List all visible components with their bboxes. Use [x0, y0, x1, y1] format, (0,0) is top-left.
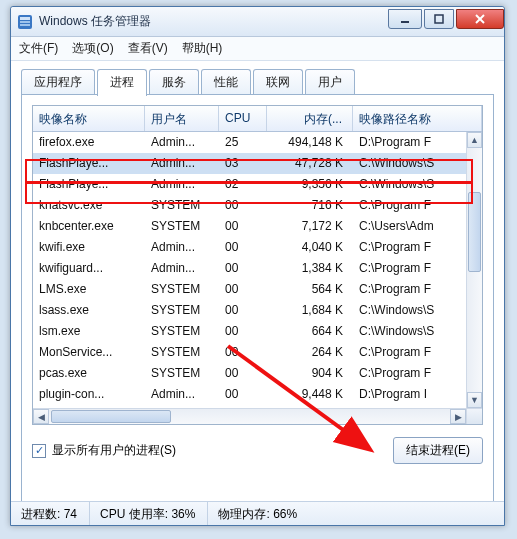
menu-view[interactable]: 查看(V) — [128, 40, 168, 57]
horizontal-scroll-thumb[interactable] — [51, 410, 171, 423]
process-row[interactable]: firefox.exeAdmin...25494,148 KD:\Program… — [33, 132, 466, 153]
tab-applications[interactable]: 应用程序 — [21, 69, 95, 95]
cell-path: C:\Program F — [353, 279, 466, 300]
cell-image: lsm.exe — [33, 321, 145, 342]
menu-help[interactable]: 帮助(H) — [182, 40, 223, 57]
cell-cpu: 00 — [219, 384, 267, 405]
tab-users[interactable]: 用户 — [305, 69, 355, 95]
end-process-button[interactable]: 结束进程(E) — [393, 437, 483, 464]
process-row[interactable]: lsass.exeSYSTEM001,684 KC:\Windows\S — [33, 300, 466, 321]
tab-processes[interactable]: 进程 — [97, 69, 147, 96]
cell-path: C:\Program F — [353, 237, 466, 258]
cell-cpu: 00 — [219, 195, 267, 216]
cell-path: C:\Program F — [353, 363, 466, 384]
tab-networking[interactable]: 联网 — [253, 69, 303, 95]
cell-path: D:\Program I — [353, 384, 466, 405]
cell-mem: 264 K — [267, 342, 353, 363]
cell-path: C:\Program F — [353, 258, 466, 279]
cell-cpu: 00 — [219, 258, 267, 279]
cell-image: FlashPlaye... — [33, 153, 145, 174]
task-manager-window: Windows 任务管理器 文件(F) 选项(O) 查看(V) 帮助(H) 应用… — [10, 6, 505, 526]
cell-user: SYSTEM — [145, 321, 219, 342]
cell-path: C:\Windows\S — [353, 174, 466, 195]
cell-user: Admin... — [145, 384, 219, 405]
cell-user: Admin... — [145, 132, 219, 153]
cell-mem: 494,148 K — [267, 132, 353, 153]
cell-cpu: 00 — [219, 279, 267, 300]
scroll-right-arrow[interactable]: ▶ — [450, 409, 466, 424]
column-memory[interactable]: 内存(... — [267, 106, 353, 131]
cell-image: knatsvc.exe — [33, 195, 145, 216]
process-row[interactable]: pcas.exeSYSTEM00904 KC:\Program F — [33, 363, 466, 384]
process-row[interactable]: FlashPlaye...Admin...029,356 KC:\Windows… — [33, 174, 466, 195]
status-memory: 物理内存: 66% — [208, 502, 504, 525]
cell-mem: 47,728 K — [267, 153, 353, 174]
cell-mem: 7,172 K — [267, 216, 353, 237]
process-row[interactable]: plugin-con...Admin...009,448 KD:\Program… — [33, 384, 466, 405]
cell-path: C:\Windows\S — [353, 321, 466, 342]
cell-cpu: 03 — [219, 153, 267, 174]
process-row[interactable]: kwifiguard...Admin...001,384 KC:\Program… — [33, 258, 466, 279]
cell-image: lsass.exe — [33, 300, 145, 321]
cell-mem: 716 K — [267, 195, 353, 216]
process-row[interactable]: FlashPlaye...Admin...0347,728 KC:\Window… — [33, 153, 466, 174]
column-image-name[interactable]: 映像名称 — [33, 106, 145, 131]
column-path[interactable]: 映像路径名称 — [353, 106, 482, 131]
cell-mem: 4,040 K — [267, 237, 353, 258]
cell-user: SYSTEM — [145, 279, 219, 300]
column-user[interactable]: 用户名 — [145, 106, 219, 131]
cell-cpu: 00 — [219, 342, 267, 363]
cell-mem: 9,356 K — [267, 174, 353, 195]
cell-user: SYSTEM — [145, 363, 219, 384]
cell-user: Admin... — [145, 258, 219, 279]
cell-cpu: 00 — [219, 363, 267, 384]
process-row[interactable]: MonService...SYSTEM00264 KC:\Program F — [33, 342, 466, 363]
cell-mem: 904 K — [267, 363, 353, 384]
close-button[interactable] — [456, 9, 504, 29]
scroll-left-arrow[interactable]: ◀ — [33, 409, 49, 424]
process-list[interactable]: 映像名称 用户名 CPU 内存(... 映像路径名称 firefox.exeAd… — [32, 105, 483, 425]
cell-mem: 564 K — [267, 279, 353, 300]
cell-cpu: 02 — [219, 174, 267, 195]
cell-cpu: 00 — [219, 300, 267, 321]
cell-path: C:\Windows\S — [353, 300, 466, 321]
svg-rect-3 — [20, 24, 30, 26]
menu-file[interactable]: 文件(F) — [19, 40, 58, 57]
show-all-users-checkbox[interactable] — [32, 444, 46, 458]
cell-image: plugin-con... — [33, 384, 145, 405]
cell-image: MonService... — [33, 342, 145, 363]
process-row[interactable]: knbcenter.exeSYSTEM007,172 KC:\Users\Adm — [33, 216, 466, 237]
process-row[interactable]: lsm.exeSYSTEM00664 KC:\Windows\S — [33, 321, 466, 342]
titlebar[interactable]: Windows 任务管理器 — [11, 7, 504, 37]
cell-path: C:\Windows\S — [353, 153, 466, 174]
menu-options[interactable]: 选项(O) — [72, 40, 113, 57]
tab-performance[interactable]: 性能 — [201, 69, 251, 95]
size-grip — [466, 408, 482, 424]
app-icon — [17, 14, 33, 30]
cell-cpu: 25 — [219, 132, 267, 153]
minimize-button[interactable] — [388, 9, 422, 29]
process-row[interactable]: LMS.exeSYSTEM00564 KC:\Program F — [33, 279, 466, 300]
cell-image: firefox.exe — [33, 132, 145, 153]
cell-image: pcas.exe — [33, 363, 145, 384]
vertical-scroll-thumb[interactable] — [468, 192, 481, 272]
process-row[interactable]: kwifi.exeAdmin...004,040 KC:\Program F — [33, 237, 466, 258]
vertical-scrollbar[interactable]: ▲ ▼ — [466, 132, 482, 408]
processes-tab-page: 映像名称 用户名 CPU 内存(... 映像路径名称 firefox.exeAd… — [21, 94, 494, 514]
cell-mem: 664 K — [267, 321, 353, 342]
cell-path: C:\Program F — [353, 195, 466, 216]
process-row[interactable]: knatsvc.exeSYSTEM00716 KC:\Program F — [33, 195, 466, 216]
scroll-up-arrow[interactable]: ▲ — [467, 132, 482, 148]
horizontal-scrollbar[interactable]: ◀ ▶ — [33, 408, 466, 424]
cell-user: Admin... — [145, 237, 219, 258]
show-all-users-label: 显示所有用户的进程(S) — [52, 442, 176, 459]
cell-mem: 9,448 K — [267, 384, 353, 405]
cell-user: Admin... — [145, 153, 219, 174]
scroll-down-arrow[interactable]: ▼ — [467, 392, 482, 408]
cell-cpu: 00 — [219, 237, 267, 258]
svg-rect-5 — [435, 15, 443, 23]
svg-rect-2 — [20, 21, 30, 23]
maximize-button[interactable] — [424, 9, 454, 29]
column-cpu[interactable]: CPU — [219, 106, 267, 131]
tab-services[interactable]: 服务 — [149, 69, 199, 95]
